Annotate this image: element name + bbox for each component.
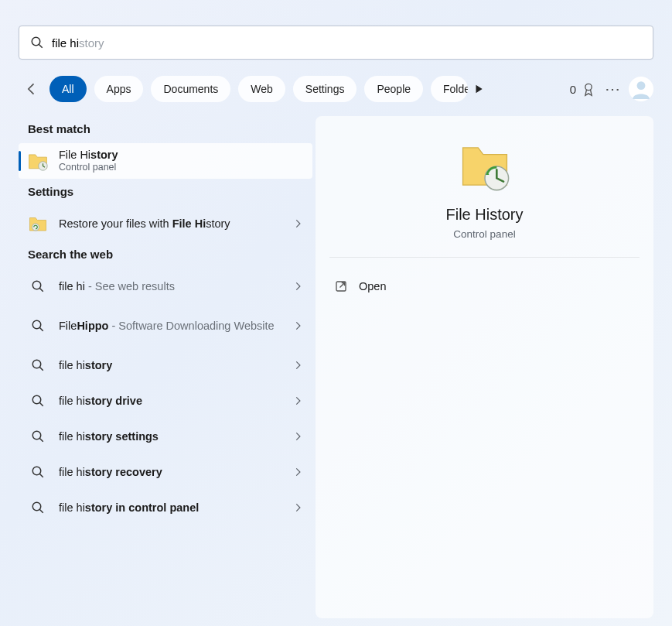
web-result[interactable]: file history drive <box>19 383 312 419</box>
options-button[interactable]: ⋯ <box>601 80 624 98</box>
open-label: Open <box>359 280 386 292</box>
search-icon <box>28 355 48 375</box>
svg-point-6 <box>32 224 39 231</box>
detail-title: File History <box>445 206 523 224</box>
tab-settings[interactable]: Settings <box>293 76 357 102</box>
tab-people[interactable]: People <box>364 76 423 102</box>
svg-line-16 <box>39 438 43 442</box>
search-icon <box>28 426 48 446</box>
search-icon <box>30 36 44 50</box>
svg-line-12 <box>39 367 43 371</box>
web-result[interactable]: file history recovery <box>19 454 312 490</box>
open-icon <box>334 279 348 293</box>
tab-apps[interactable]: Apps <box>94 76 144 102</box>
svg-point-7 <box>32 281 41 289</box>
web-result[interactable]: file history <box>19 347 312 383</box>
svg-point-15 <box>32 431 41 440</box>
best-match-result[interactable]: File History Control panel <box>19 143 312 179</box>
search-completion-text: story <box>79 36 104 50</box>
restore-files-icon <box>28 214 48 234</box>
svg-point-0 <box>32 37 40 46</box>
web-results-list: file hi - See web resultsFileHippo - Sof… <box>19 269 312 525</box>
web-heading: Search the web <box>28 248 303 261</box>
svg-line-1 <box>39 44 43 48</box>
chevron-right-icon <box>292 431 303 442</box>
user-avatar[interactable] <box>629 77 653 101</box>
chevron-right-icon <box>292 281 303 292</box>
search-icon <box>28 498 48 518</box>
file-history-large-icon <box>458 139 512 193</box>
points-value: 0 <box>570 83 576 96</box>
svg-marker-2 <box>476 85 483 94</box>
svg-point-9 <box>32 320 41 329</box>
chevron-right-icon <box>292 467 303 477</box>
filter-tabs: AllAppsDocumentsWebSettingsPeopleFolders <box>49 76 468 102</box>
search-icon <box>28 462 48 482</box>
best-match-text: File History Control panel <box>59 148 303 174</box>
web-result[interactable]: file history settings <box>19 419 312 454</box>
tab-folders[interactable]: Folders <box>431 76 468 102</box>
tab-web[interactable]: Web <box>238 76 285 102</box>
detail-subtitle: Control panel <box>453 228 515 240</box>
svg-line-18 <box>39 474 43 477</box>
svg-point-11 <box>32 360 41 368</box>
svg-line-14 <box>39 402 43 406</box>
chevron-right-icon <box>292 395 303 406</box>
search-icon <box>28 316 48 336</box>
svg-point-3 <box>585 84 592 90</box>
search-bar[interactable]: file history <box>19 26 653 60</box>
web-result[interactable]: FileHippo - Software Downloading Website <box>19 304 312 347</box>
detail-hero: File History Control panel <box>329 139 640 258</box>
chevron-right-icon <box>292 320 303 331</box>
back-button[interactable] <box>19 76 45 102</box>
more-tabs-button[interactable] <box>468 76 490 102</box>
svg-line-20 <box>39 509 43 513</box>
tab-documents[interactable]: Documents <box>151 76 230 102</box>
search-icon <box>28 391 48 411</box>
file-history-icon <box>28 151 48 171</box>
svg-point-19 <box>32 502 41 511</box>
tab-all[interactable]: All <box>49 76 87 102</box>
svg-point-4 <box>637 81 646 90</box>
web-result[interactable]: file hi - See web results <box>19 269 312 304</box>
search-icon <box>28 276 48 296</box>
svg-point-13 <box>32 395 41 404</box>
web-result[interactable]: file history in control panel <box>19 490 312 525</box>
search-typed-text: file hi <box>52 36 79 50</box>
svg-line-10 <box>39 327 43 331</box>
chevron-right-icon <box>292 360 303 371</box>
settings-result-restore[interactable]: Restore your files with File History <box>19 206 312 241</box>
filter-tab-row: AllAppsDocumentsWebSettingsPeopleFolders… <box>19 74 653 104</box>
svg-line-8 <box>39 288 43 292</box>
chevron-right-icon <box>292 502 303 513</box>
detail-panel: File History Control panel Open <box>316 116 653 618</box>
results-column: Best match File History Control panel Se… <box>19 116 312 618</box>
best-match-heading: Best match <box>28 122 303 135</box>
settings-heading: Settings <box>28 185 303 198</box>
medal-icon <box>581 81 596 97</box>
search-input[interactable]: file history <box>52 36 642 50</box>
svg-point-17 <box>32 467 41 475</box>
chevron-right-icon <box>292 218 303 229</box>
rewards-points[interactable]: 0 <box>570 81 596 97</box>
open-action[interactable]: Open <box>329 267 640 306</box>
